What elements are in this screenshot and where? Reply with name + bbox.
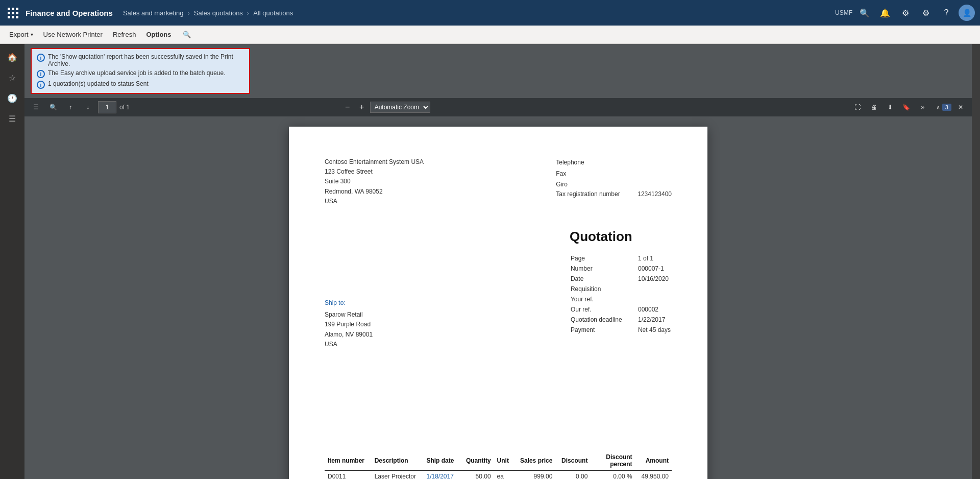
deadline-label: Quotation deadline (571, 315, 637, 324)
notification-count-badge: ∧ 3 ✕ (936, 100, 968, 114)
more-tools-btn[interactable]: » (916, 100, 930, 114)
breadcrumb-level2[interactable]: Sales quotations (194, 9, 243, 17)
col-amount: Amount (635, 451, 672, 470)
notification-item-2: i The Easy archive upload service job is… (37, 68, 244, 79)
ship-to-addr3: USA (325, 340, 672, 349)
company-addr4: USA (325, 197, 672, 206)
notification-text-3: 1 quotation(s) updated to status Sent (48, 80, 149, 87)
requisition-value (638, 284, 671, 294)
badge-number: 3 (942, 104, 951, 111)
pdf-right-tools: ⛶ 🖨 ⬇ 🔖 » ∧ 3 ✕ (850, 100, 968, 114)
download-btn[interactable]: ⬇ (883, 100, 897, 114)
prev-page-btn[interactable]: ↑ (63, 100, 78, 114)
help-icon[interactable]: ? (938, 5, 954, 21)
options-button[interactable]: Options (142, 29, 175, 40)
pdf-toolbar: ☰ 🔍 ↑ ↓ of 1 − + Automatic Zoom 50% 75% … (24, 98, 972, 116)
notification-item-1: i The 'Show quotation' report has been s… (37, 52, 244, 68)
breadcrumb-level1[interactable]: Sales and marketing (123, 9, 184, 17)
cell-description: Laser Projector (372, 470, 424, 479)
refresh-button[interactable]: Refresh (109, 29, 140, 40)
right-panel (972, 44, 980, 479)
table-row: D0011 Laser Projector 1/18/2017 50.00 ea… (325, 470, 672, 479)
sidebar-clock-icon[interactable]: 🕐 (3, 89, 21, 107)
payment-label: Payment (571, 325, 637, 334)
cell-ship-date: 1/18/2017 (423, 470, 460, 479)
bookmark-btn[interactable]: 🔖 (899, 100, 914, 114)
user-label: USMF (835, 9, 852, 16)
chevron-icon: › (187, 9, 189, 17)
tax-reg-label: Tax registration number (556, 190, 627, 198)
app-title: Finance and Operations (26, 9, 113, 17)
quotation-title: Quotation (570, 229, 672, 245)
top-nav-bar: Finance and Operations Sales and marketi… (0, 0, 980, 26)
settings-circle-icon[interactable]: ⚙ (897, 5, 914, 21)
notification-panel: i The 'Show quotation' report has been s… (31, 48, 250, 94)
col-description: Description (372, 451, 424, 470)
col-quantity: Quantity (460, 451, 494, 470)
cell-item-number: D0011 (325, 470, 372, 479)
notification-text-2: The Easy archive upload service job is a… (48, 69, 226, 77)
tax-reg-value: 1234123400 (638, 190, 672, 198)
toolbar-search-icon[interactable]: 🔍 (180, 28, 194, 42)
info-icon-1: i (37, 54, 45, 62)
export-button[interactable]: Export ▾ (5, 29, 37, 40)
date-value: 10/16/2020 (638, 274, 671, 283)
page-number-input[interactable] (98, 101, 116, 113)
network-printer-button[interactable]: Use Network Printer (39, 29, 107, 40)
doc-details-table: Page 1 of 1 Number 000007-1 Date 10/16/2… (570, 253, 672, 336)
cell-unit: ea (494, 470, 514, 479)
zoom-in-btn[interactable]: + (356, 101, 368, 113)
deadline-value: 1/22/2017 (638, 315, 671, 324)
giro-label: Giro (556, 179, 672, 190)
main-content: 🏠 ☆ 🕐 ☰ i The 'Show quotation' report ha… (0, 44, 980, 479)
sidebar-home-icon[interactable]: 🏠 (3, 48, 21, 66)
fullscreen-btn[interactable]: ⛶ (850, 100, 865, 114)
your-ref-value (638, 295, 671, 304)
page-label: Page (571, 254, 637, 263)
cell-sales-price: 999.00 (513, 470, 555, 479)
info-icon-3: i (37, 81, 45, 89)
col-ship-date: Ship date (423, 451, 460, 470)
col-discount-percent: Discount percent (591, 451, 635, 470)
col-unit: Unit (494, 451, 514, 470)
chevron-icon2: › (247, 9, 249, 17)
next-page-btn[interactable]: ↓ (81, 100, 95, 114)
app-grid-icon[interactable] (5, 5, 20, 20)
cell-quantity: 50.00 (460, 470, 494, 479)
pdf-page: Contoso Entertainment System USA 123 Cof… (289, 127, 707, 479)
info-icon-2: i (37, 70, 45, 78)
zoom-control: − + Automatic Zoom 50% 75% 100% 125% 150… (341, 101, 430, 113)
breadcrumb: Sales and marketing › Sales quotations ›… (123, 9, 293, 17)
col-sales-price: Sales price (513, 451, 555, 470)
breadcrumb-level3[interactable]: All quotations (253, 9, 293, 17)
zoom-out-btn[interactable]: − (341, 101, 354, 113)
col-discount: Discount (555, 451, 591, 470)
sidebar-list-icon[interactable]: ☰ (3, 109, 21, 128)
action-toolbar: Export ▾ Use Network Printer Refresh Opt… (0, 26, 980, 44)
notifications-icon[interactable]: 🔔 (877, 5, 893, 21)
notification-item-3: i 1 quotation(s) updated to status Sent (37, 79, 244, 90)
sidebar-star-icon[interactable]: ☆ (3, 68, 21, 87)
print-btn[interactable]: 🖨 (867, 100, 881, 114)
cell-discount-percent: 0.00 % (591, 470, 635, 479)
pdf-viewer: i The 'Show quotation' report has been s… (24, 44, 972, 479)
page-value: 1 of 1 (638, 254, 671, 263)
payment-value: Net 45 days (638, 325, 671, 334)
close-badge-btn[interactable]: ✕ (953, 100, 968, 114)
sidebar-toggle-btn[interactable]: ☰ (29, 100, 43, 114)
requisition-label: Requisition (571, 284, 637, 294)
date-label: Date (571, 274, 637, 283)
zoom-select[interactable]: Automatic Zoom 50% 75% 100% 125% 150% (370, 102, 430, 113)
fax-label: Fax (556, 169, 672, 180)
pdf-search-btn[interactable]: 🔍 (46, 100, 60, 114)
user-avatar[interactable]: 👤 (959, 5, 975, 21)
line-items-table: Item number Description Ship date Quanti… (325, 451, 672, 479)
number-value: 000007-1 (638, 264, 671, 273)
cell-discount: 0.00 (555, 470, 591, 479)
col-item-number: Item number (325, 451, 372, 470)
left-sidebar: 🏠 ☆ 🕐 ☰ (0, 44, 24, 479)
gear-settings-icon[interactable]: ⚙ (918, 5, 934, 21)
our-ref-value: 000002 (638, 305, 671, 314)
pdf-scroll-area[interactable]: Contoso Entertainment System USA 123 Cof… (24, 116, 972, 479)
search-nav-icon[interactable]: 🔍 (856, 5, 873, 21)
